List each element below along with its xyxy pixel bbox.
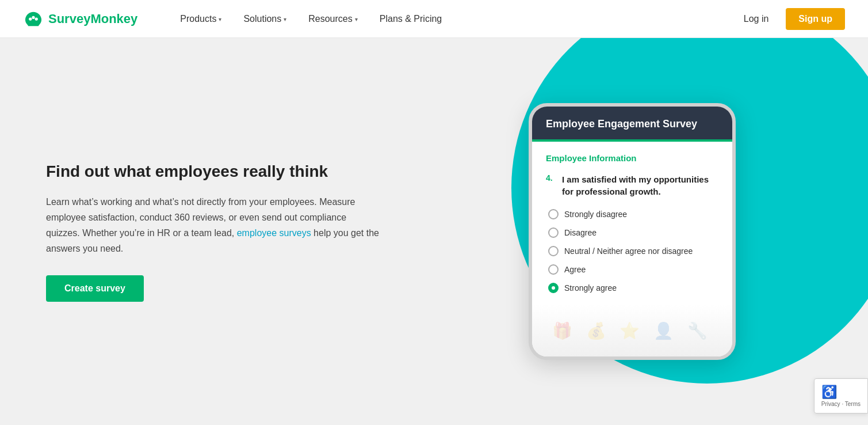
create-survey-button[interactable]: Create survey (46, 275, 144, 302)
hero-title: Find out what employees really think (46, 161, 380, 182)
logo[interactable]: SurveyMonkey (23, 11, 137, 27)
nav-actions: Log in Sign up (736, 8, 845, 30)
radio-label-2: Neutral / Neither agree nor disagree (564, 246, 693, 256)
hero-description: Learn what’s working and what’s not dire… (46, 194, 380, 257)
phone-body: Employee Information 4. I am satisfied w… (532, 142, 732, 305)
svg-point-2 (35, 17, 38, 20)
radio-option-2: Neutral / Neither agree nor disagree (548, 246, 718, 256)
radio-option-1: Disagree (548, 227, 718, 238)
radio-label-4: Strongly agree (564, 283, 617, 293)
radio-label-3: Agree (564, 265, 586, 274)
signup-button[interactable]: Sign up (786, 8, 845, 30)
radio-option-4: Strongly agree (548, 283, 718, 293)
radio-circle-1 (548, 227, 559, 238)
recaptcha-icon: ♿ (821, 385, 861, 400)
section-label: Employee Information (546, 153, 718, 163)
radio-label-1: Disagree (564, 228, 596, 237)
question-text: I am satisfied with my opportunities for… (562, 173, 718, 198)
svg-point-1 (32, 16, 35, 18)
radio-option-3: Agree (548, 264, 718, 275)
survey-question: 4. I am satisfied with my opportunities … (546, 173, 718, 198)
nav-resources[interactable]: Resources ▾ (300, 9, 365, 29)
chevron-down-icon: ▾ (219, 16, 221, 22)
login-button[interactable]: Log in (736, 9, 777, 29)
phone-frame: Employee Engagement Survey Employee Info… (529, 103, 736, 360)
recaptcha-text: Privacy · Terms (821, 401, 861, 407)
illustration-icons: 🎁 💰 ⭐ 👤 🔧 (552, 321, 712, 340)
hero-content: Find out what employees really think Lea… (46, 161, 380, 301)
employee-surveys-link[interactable]: employee surveys (237, 228, 311, 238)
radio-circle-3 (548, 264, 559, 275)
phone-header: Employee Engagement Survey (532, 107, 732, 139)
phone-illustration: 🎁 💰 ⭐ 👤 🔧 (532, 305, 732, 356)
navbar: SurveyMonkey Products ▾ Solutions ▾ Reso… (0, 0, 868, 38)
question-number: 4. (546, 173, 557, 198)
recaptcha-badge: ♿ Privacy · Terms (814, 378, 868, 413)
radio-circle-4 (548, 283, 559, 293)
chevron-down-icon: ▾ (355, 16, 358, 22)
radio-option-0: Strongly disagree (548, 209, 718, 219)
nav-items: Products ▾ Solutions ▾ Resources ▾ Plans… (172, 9, 735, 29)
nav-plans-pricing[interactable]: Plans & Pricing (372, 9, 450, 29)
logo-text: SurveyMonkey (48, 12, 137, 26)
hero-section: Find out what employees really think Lea… (0, 38, 868, 425)
radio-circle-0 (548, 209, 559, 219)
nav-products[interactable]: Products ▾ (172, 9, 230, 29)
surveymonkey-logo-icon (23, 11, 44, 27)
radio-options: Strongly disagreeDisagreeNeutral / Neith… (546, 209, 718, 293)
survey-title: Employee Engagement Survey (546, 118, 697, 130)
radio-label-0: Strongly disagree (564, 210, 627, 219)
phone-mockup: Employee Engagement Survey Employee Info… (529, 103, 736, 360)
svg-point-0 (29, 17, 32, 20)
radio-circle-2 (548, 246, 559, 256)
nav-solutions[interactable]: Solutions ▾ (235, 9, 295, 29)
chevron-down-icon: ▾ (284, 16, 286, 22)
